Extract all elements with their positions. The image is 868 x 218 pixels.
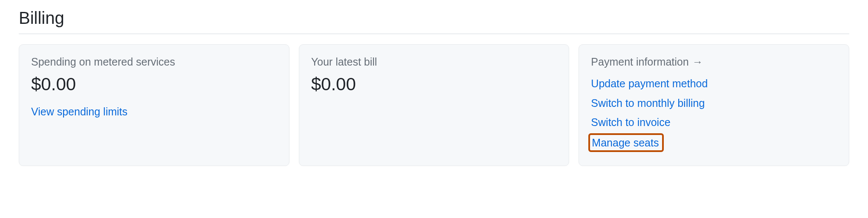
switch-to-invoice-link[interactable]: Switch to invoice	[591, 113, 837, 132]
switch-monthly-billing-link[interactable]: Switch to monthly billing	[591, 94, 837, 113]
payment-info-label-text: Payment information	[591, 56, 689, 68]
manage-seats-link[interactable]: Manage seats	[592, 136, 659, 150]
spending-amount: $0.00	[31, 74, 277, 95]
payment-info-links: Update payment method Switch to monthly …	[591, 74, 837, 152]
billing-cards-row: Spending on metered services $0.00 View …	[19, 44, 849, 166]
payment-info-label: Payment information →	[591, 56, 703, 68]
latest-bill-label: Your latest bill	[311, 56, 377, 68]
latest-bill-amount: $0.00	[311, 74, 557, 95]
spending-card: Spending on metered services $0.00 View …	[19, 44, 289, 166]
manage-seats-highlight: Manage seats	[588, 133, 664, 152]
page-title: Billing	[19, 9, 849, 34]
spending-card-label: Spending on metered services	[31, 56, 175, 68]
payment-info-card: Payment information → Update payment met…	[579, 44, 849, 166]
update-payment-method-link[interactable]: Update payment method	[591, 74, 837, 94]
latest-bill-card: Your latest bill $0.00	[299, 44, 570, 166]
arrow-right-icon: →	[692, 56, 703, 68]
view-spending-limits-link[interactable]: View spending limits	[31, 102, 277, 122]
